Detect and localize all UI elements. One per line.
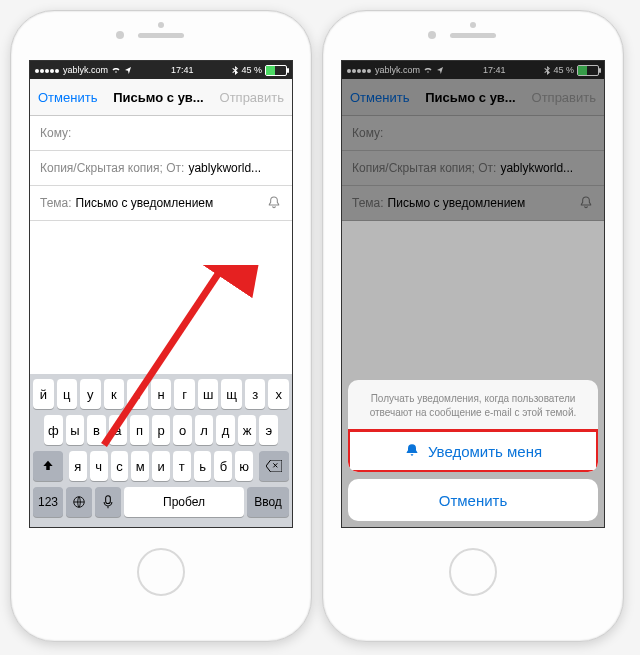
screen-right: yablyk.com 17:41 45 % Отменить Письмо с … <box>341 60 605 528</box>
cancel-button[interactable]: Отменить <box>38 90 97 105</box>
subject-label: Тема: <box>40 196 72 210</box>
key-л[interactable]: л <box>195 415 214 445</box>
key-э[interactable]: э <box>259 415 278 445</box>
battery-pct-label: 45 % <box>241 65 262 75</box>
key-ю[interactable]: ю <box>235 451 253 481</box>
key-я[interactable]: я <box>69 451 87 481</box>
key-б[interactable]: б <box>214 451 232 481</box>
iphone-right: yablyk.com 17:41 45 % Отменить Письмо с … <box>322 10 624 642</box>
key-и[interactable]: и <box>152 451 170 481</box>
mic-icon <box>103 495 113 509</box>
notify-me-button[interactable]: Уведомить меня <box>348 430 598 472</box>
front-camera <box>428 31 436 39</box>
key-м[interactable]: м <box>131 451 149 481</box>
notify-me-label: Уведомить меня <box>428 443 542 460</box>
cc-from-field[interactable]: Копия/Скрытая копия; От: yablykworld... <box>30 151 292 186</box>
key-в[interactable]: в <box>87 415 106 445</box>
globe-icon <box>72 495 86 509</box>
status-bar: yablyk.com 17:41 45 % <box>30 61 292 79</box>
key-х[interactable]: х <box>268 379 289 409</box>
nav-title: Письмо с ув... <box>97 90 219 105</box>
key-ф[interactable]: ф <box>44 415 63 445</box>
key-р[interactable]: р <box>152 415 171 445</box>
svg-rect-1 <box>106 496 111 504</box>
clock-label: 17:41 <box>171 65 194 75</box>
speaker-grille <box>450 33 496 38</box>
shift-icon <box>41 459 55 473</box>
compose-navbar: Отменить Письмо с ув... Отправить <box>30 79 292 116</box>
key-т[interactable]: т <box>173 451 191 481</box>
carrier-label: yablyk.com <box>63 65 108 75</box>
key-ч[interactable]: ч <box>90 451 108 481</box>
home-button[interactable] <box>137 548 185 596</box>
home-button[interactable] <box>449 548 497 596</box>
globe-key[interactable] <box>66 487 92 517</box>
screen-left: yablyk.com 17:41 45 % Отменить Письмо с … <box>29 60 293 528</box>
sheet-message: Получать уведомления, когда пользователи… <box>348 380 598 430</box>
backspace-icon <box>266 460 282 472</box>
backspace-key[interactable] <box>259 451 289 481</box>
key-г[interactable]: г <box>174 379 195 409</box>
cc-label: Копия/Скрытая копия; От: <box>40 161 184 175</box>
key-ж[interactable]: ж <box>238 415 257 445</box>
key-ы[interactable]: ы <box>66 415 85 445</box>
key-ц[interactable]: ц <box>57 379 78 409</box>
key-д[interactable]: д <box>216 415 235 445</box>
return-key[interactable]: Ввод <box>247 487 289 517</box>
key-е[interactable]: е <box>127 379 148 409</box>
spacebar-key[interactable]: Пробел <box>124 487 244 517</box>
key-з[interactable]: з <box>245 379 266 409</box>
sensor-dot <box>158 22 164 28</box>
bell-icon[interactable] <box>266 195 282 211</box>
message-body[interactable] <box>30 221 292 374</box>
location-icon <box>124 66 132 74</box>
wifi-icon <box>111 66 121 74</box>
battery-icon <box>265 65 287 76</box>
bell-filled-icon <box>404 443 420 459</box>
key-ш[interactable]: ш <box>198 379 219 409</box>
numbers-key[interactable]: 123 <box>33 487 63 517</box>
cc-value: yablykworld... <box>188 161 261 175</box>
mic-key[interactable] <box>95 487 121 517</box>
shift-key[interactable] <box>33 451 63 481</box>
iphone-left: yablyk.com 17:41 45 % Отменить Письмо с … <box>10 10 312 642</box>
bluetooth-icon <box>232 66 238 75</box>
key-щ[interactable]: щ <box>221 379 242 409</box>
to-label: Кому: <box>40 126 71 140</box>
key-н[interactable]: н <box>151 379 172 409</box>
action-sheet: Получать уведомления, когда пользователи… <box>348 380 598 521</box>
front-camera <box>116 31 124 39</box>
keyboard: йцукенгшщзх фывапролджэ ячсмитьбю 123 <box>30 374 292 527</box>
sensor-dot <box>470 22 476 28</box>
sheet-cancel-button[interactable]: Отменить <box>348 479 598 521</box>
subject-field[interactable]: Тема: Письмо с уведомлением <box>30 186 292 221</box>
send-button[interactable]: Отправить <box>220 90 284 105</box>
key-ь[interactable]: ь <box>194 451 212 481</box>
subject-value: Письмо с уведомлением <box>76 196 214 210</box>
key-а[interactable]: а <box>109 415 128 445</box>
sheet-cancel-label: Отменить <box>439 492 508 509</box>
key-с[interactable]: с <box>111 451 129 481</box>
speaker-grille <box>138 33 184 38</box>
key-й[interactable]: й <box>33 379 54 409</box>
key-к[interactable]: к <box>104 379 125 409</box>
key-п[interactable]: п <box>130 415 149 445</box>
signal-dots-icon <box>35 65 60 75</box>
key-у[interactable]: у <box>80 379 101 409</box>
key-о[interactable]: о <box>173 415 192 445</box>
to-field[interactable]: Кому: <box>30 116 292 151</box>
